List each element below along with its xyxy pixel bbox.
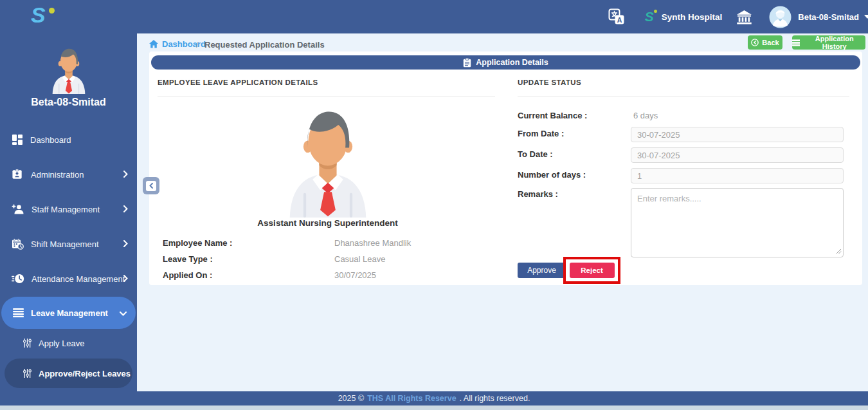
- sidebar-user-name: Beta-08-Smitad: [0, 97, 137, 108]
- number-of-days-label: Number of days :: [518, 170, 586, 180]
- sidebar-item-administration[interactable]: Administration: [0, 163, 137, 185]
- employee-designation: Assistant Nursing Superintendent: [149, 218, 506, 228]
- from-date-label: From Date :: [518, 129, 564, 138]
- remarks-label: Remarks :: [518, 189, 558, 199]
- to-date-input[interactable]: [631, 147, 844, 163]
- history-list-icon: [792, 39, 800, 46]
- divider: [518, 96, 849, 97]
- svg-text:A: A: [617, 16, 622, 24]
- hospital-brand-icon[interactable]: S: [645, 9, 654, 24]
- chevron-left-icon: [149, 183, 153, 189]
- user-name[interactable]: Beta-08-Smitad: [798, 12, 859, 22]
- sidebar-item-label: Apply Leave: [39, 339, 85, 348]
- reject-button[interactable]: Reject: [570, 263, 615, 278]
- application-details-header: Application Details: [151, 55, 860, 70]
- top-navbar: S A S Synth Hospital: [0, 0, 868, 33]
- sidebar-item-label: Attendance Management: [32, 274, 125, 284]
- application-history-label: Application History: [803, 35, 865, 50]
- approve-button[interactable]: Approve: [518, 263, 566, 278]
- footer: 2025 © THS All Rights Reserve . All righ…: [0, 391, 868, 405]
- number-of-days-input[interactable]: [631, 168, 844, 183]
- sidebar-item-shift-management[interactable]: Shift Management: [0, 233, 137, 255]
- sidebar-item-label: Staff Management: [32, 205, 100, 214]
- sliders-icon: [23, 338, 32, 348]
- chevron-right-icon: [123, 169, 128, 180]
- reject-highlight-box: Reject: [563, 257, 620, 284]
- resize-handle[interactable]: [836, 248, 842, 254]
- hospital-name: Synth Hospital: [662, 12, 723, 22]
- sliders-icon: [23, 368, 32, 378]
- add-staff-icon: [12, 204, 24, 214]
- translate-icon[interactable]: A: [608, 8, 626, 26]
- sidebar-item-leave-management[interactable]: Leave Management: [1, 297, 136, 329]
- field-label: Employee Name :: [163, 238, 232, 248]
- sidebar-item-label: Approve/Reject Leaves: [39, 369, 131, 378]
- brand-logo[interactable]: S: [0, 0, 64, 33]
- sidebar-avatar: [45, 45, 93, 97]
- field-value: Dhanashree Mandlik: [334, 238, 411, 248]
- balance-label: Current Balance :: [518, 111, 587, 120]
- sidebar-item-label: Leave Management: [31, 308, 108, 318]
- employee-photo: [271, 103, 384, 220]
- attendance-clock-icon: [12, 273, 24, 284]
- menu-lines-icon: [13, 308, 24, 317]
- back-button-label: Back: [762, 39, 779, 46]
- calendar-clock-icon: [12, 238, 24, 250]
- id-card-icon: [12, 169, 24, 180]
- back-button[interactable]: Back: [748, 35, 782, 50]
- user-avatar[interactable]: [769, 6, 791, 28]
- sidebar-collapse-toggle[interactable]: [143, 177, 159, 194]
- remarks-textarea[interactable]: [631, 188, 844, 257]
- sidebar-item-label: Administration: [31, 170, 84, 180]
- employee-section-title: EMPLOYEE LEAVE APPLICATION DETAILS: [158, 79, 318, 86]
- sidebar-item-label: Dashboard: [30, 135, 71, 145]
- app-root: S A S Synth Hospital: [0, 0, 868, 410]
- footer-rights: . All rights reserved.: [460, 394, 530, 403]
- collapse-inner: [146, 181, 156, 191]
- field-value: Casual Leave: [334, 254, 386, 264]
- sidebar-item-approve-reject-leaves[interactable]: Approve/Reject Leaves: [5, 359, 132, 388]
- institution-icon[interactable]: [736, 10, 752, 24]
- chevron-right-icon: [123, 238, 128, 250]
- balance-value: 6 days: [633, 111, 658, 120]
- to-date-label: To Date :: [518, 149, 553, 159]
- application-details-title: Application Details: [476, 58, 548, 67]
- sidebar-item-staff-management[interactable]: Staff Management: [0, 198, 137, 220]
- field-label: Leave Type :: [163, 254, 213, 264]
- sidebar-item-attendance-management[interactable]: Attendance Management: [0, 268, 137, 290]
- home-icon: [149, 40, 158, 48]
- field-label: Applied On :: [163, 270, 212, 280]
- divider: [158, 96, 495, 97]
- sidebar-item-apply-leave[interactable]: Apply Leave: [0, 332, 137, 354]
- clipboard-icon: [463, 58, 471, 68]
- brand-s-letter: S: [31, 3, 46, 28]
- chevron-right-icon: [123, 273, 128, 284]
- field-value: 30/07/2025: [334, 270, 376, 280]
- dashboard-grid-icon: [12, 134, 23, 145]
- mini-s-dot: [654, 10, 657, 13]
- chevron-right-icon: [123, 203, 128, 215]
- footer-ths-link[interactable]: THS All Rights Reserve: [367, 394, 456, 403]
- application-history-button[interactable]: Application History: [792, 35, 865, 50]
- brand-dot: [49, 8, 55, 14]
- breadcrumb-current: Requested Application Details: [204, 40, 325, 50]
- back-arrow-icon: [751, 39, 759, 46]
- mini-s-letter: S: [645, 9, 654, 24]
- application-details-card: Application Details EMPLOYEE LEAVE APPLI…: [149, 51, 862, 285]
- chevron-down-icon: [864, 15, 868, 19]
- breadcrumb-home-label: Dashboard: [162, 39, 206, 49]
- sidebar: Beta-08-Smitad Dashboard Administration: [0, 33, 137, 391]
- from-date-input[interactable]: [631, 127, 844, 142]
- sidebar-item-dashboard[interactable]: Dashboard: [0, 129, 137, 151]
- breadcrumb-separator: /: [196, 40, 199, 50]
- sidebar-item-label: Shift Management: [31, 239, 99, 249]
- footer-year: 2025 ©: [338, 394, 365, 403]
- chevron-down-icon: [120, 307, 127, 319]
- bottom-strip: [0, 405, 868, 410]
- status-section-title: UPDATE STATUS: [518, 79, 581, 86]
